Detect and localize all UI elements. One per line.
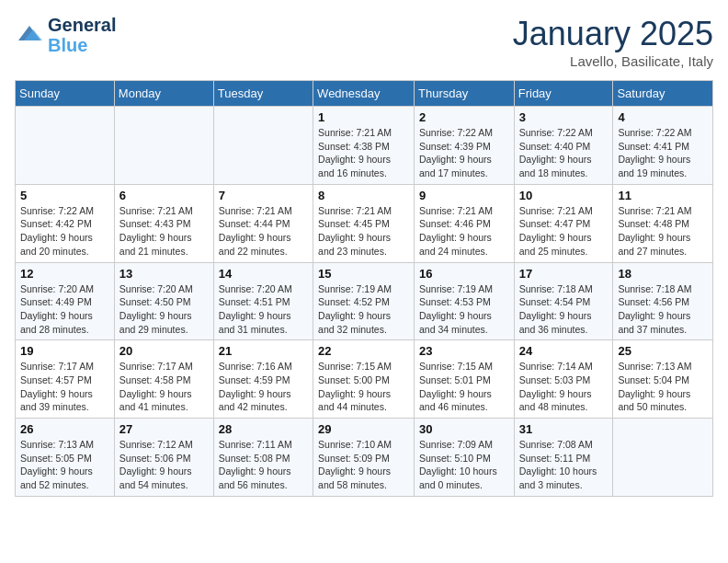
day-number: 17 — [519, 267, 609, 281]
day-number: 29 — [318, 422, 409, 436]
calendar-subtitle: Lavello, Basilicate, Italy — [513, 53, 713, 69]
day-info: Sunrise: 7:21 AM Sunset: 4:46 PM Dayligh… — [419, 204, 509, 259]
day-info: Sunrise: 7:20 AM Sunset: 4:51 PM Dayligh… — [219, 282, 308, 337]
day-info: Sunrise: 7:11 AM Sunset: 5:08 PM Dayligh… — [219, 438, 308, 492]
day-info: Sunrise: 7:09 AM Sunset: 5:10 PM Dayligh… — [419, 438, 509, 492]
day-number: 21 — [219, 344, 308, 358]
day-number: 18 — [618, 267, 708, 281]
calendar-cell: 4Sunrise: 7:22 AM Sunset: 4:41 PM Daylig… — [613, 107, 713, 185]
calendar-cell: 15Sunrise: 7:19 AM Sunset: 4:52 PM Dayli… — [313, 262, 415, 340]
day-number: 8 — [318, 189, 409, 202]
calendar-cell — [114, 107, 213, 185]
day-info: Sunrise: 7:18 AM Sunset: 4:54 PM Dayligh… — [519, 282, 609, 337]
calendar-cell: 6Sunrise: 7:21 AM Sunset: 4:43 PM Daylig… — [114, 184, 213, 262]
day-number: 27 — [119, 422, 209, 436]
day-number: 28 — [219, 422, 308, 436]
calendar-cell — [213, 107, 313, 185]
calendar-title: January 2025 — [513, 15, 713, 53]
day-number: 12 — [20, 267, 109, 281]
day-info: Sunrise: 7:21 AM Sunset: 4:43 PM Dayligh… — [119, 204, 209, 259]
weekday-header-saturday: Saturday — [613, 81, 713, 107]
weekday-header-sunday: Sunday — [16, 81, 115, 107]
calendar-cell: 13Sunrise: 7:20 AM Sunset: 4:50 PM Dayli… — [114, 262, 213, 340]
calendar-cell — [16, 107, 115, 185]
logo-icon — [15, 22, 44, 48]
day-info: Sunrise: 7:15 AM Sunset: 5:00 PM Dayligh… — [318, 360, 409, 414]
weekday-header-wednesday: Wednesday — [313, 81, 415, 107]
calendar-cell: 10Sunrise: 7:21 AM Sunset: 4:47 PM Dayli… — [514, 184, 613, 262]
day-number: 4 — [618, 110, 708, 124]
day-info: Sunrise: 7:13 AM Sunset: 5:04 PM Dayligh… — [618, 360, 708, 414]
calendar-cell: 26Sunrise: 7:13 AM Sunset: 5:05 PM Dayli… — [16, 419, 115, 497]
day-number: 9 — [419, 189, 509, 202]
weekday-header-row: SundayMondayTuesdayWednesdayThursdayFrid… — [16, 81, 713, 107]
day-info: Sunrise: 7:22 AM Sunset: 4:42 PM Dayligh… — [20, 204, 109, 259]
calendar-week-row: 19Sunrise: 7:17 AM Sunset: 4:57 PM Dayli… — [16, 340, 713, 419]
day-info: Sunrise: 7:16 AM Sunset: 4:59 PM Dayligh… — [219, 360, 308, 414]
calendar-cell: 25Sunrise: 7:13 AM Sunset: 5:04 PM Dayli… — [613, 340, 713, 419]
calendar-cell: 28Sunrise: 7:11 AM Sunset: 5:08 PM Dayli… — [213, 419, 313, 497]
calendar-cell: 27Sunrise: 7:12 AM Sunset: 5:06 PM Dayli… — [114, 419, 213, 497]
day-info: Sunrise: 7:08 AM Sunset: 5:11 PM Dayligh… — [519, 438, 609, 492]
calendar-cell: 31Sunrise: 7:08 AM Sunset: 5:11 PM Dayli… — [514, 419, 613, 497]
weekday-header-monday: Monday — [114, 81, 213, 107]
day-number: 3 — [519, 110, 609, 124]
day-number: 20 — [119, 344, 209, 358]
calendar-cell: 7Sunrise: 7:21 AM Sunset: 4:44 PM Daylig… — [213, 184, 313, 262]
day-number: 24 — [519, 344, 609, 358]
day-number: 19 — [20, 344, 109, 358]
calendar-cell: 18Sunrise: 7:18 AM Sunset: 4:56 PM Dayli… — [613, 262, 713, 340]
day-number: 5 — [20, 189, 109, 202]
day-info: Sunrise: 7:21 AM Sunset: 4:47 PM Dayligh… — [519, 204, 609, 259]
calendar-cell: 22Sunrise: 7:15 AM Sunset: 5:00 PM Dayli… — [313, 340, 415, 419]
day-info: Sunrise: 7:18 AM Sunset: 4:56 PM Dayligh… — [618, 282, 708, 337]
calendar-cell: 21Sunrise: 7:16 AM Sunset: 4:59 PM Dayli… — [213, 340, 313, 419]
weekday-header-thursday: Thursday — [415, 81, 515, 107]
day-info: Sunrise: 7:19 AM Sunset: 4:52 PM Dayligh… — [318, 282, 409, 337]
day-number: 11 — [618, 189, 708, 202]
calendar-table: SundayMondayTuesdayWednesdayThursdayFrid… — [15, 80, 713, 497]
day-number: 31 — [519, 422, 609, 436]
day-number: 23 — [419, 344, 509, 358]
logo-name-general: General — [48, 15, 116, 35]
day-info: Sunrise: 7:21 AM Sunset: 4:48 PM Dayligh… — [618, 204, 708, 259]
day-info: Sunrise: 7:20 AM Sunset: 4:49 PM Dayligh… — [20, 282, 109, 337]
calendar-cell: 8Sunrise: 7:21 AM Sunset: 4:45 PM Daylig… — [313, 184, 415, 262]
calendar-cell: 29Sunrise: 7:10 AM Sunset: 5:09 PM Dayli… — [313, 419, 415, 497]
day-number: 6 — [119, 189, 209, 202]
day-info: Sunrise: 7:10 AM Sunset: 5:09 PM Dayligh… — [318, 438, 409, 492]
header: General Blue January 2025 Lavello, Basil… — [15, 15, 713, 69]
calendar-week-row: 12Sunrise: 7:20 AM Sunset: 4:49 PM Dayli… — [16, 262, 713, 340]
title-area: January 2025 Lavello, Basilicate, Italy — [513, 15, 713, 69]
calendar-cell: 20Sunrise: 7:17 AM Sunset: 4:58 PM Dayli… — [114, 340, 213, 419]
calendar-cell: 3Sunrise: 7:22 AM Sunset: 4:40 PM Daylig… — [514, 107, 613, 185]
day-info: Sunrise: 7:17 AM Sunset: 4:57 PM Dayligh… — [20, 360, 109, 414]
day-info: Sunrise: 7:12 AM Sunset: 5:06 PM Dayligh… — [119, 438, 209, 492]
calendar-cell: 19Sunrise: 7:17 AM Sunset: 4:57 PM Dayli… — [16, 340, 115, 419]
calendar-cell: 2Sunrise: 7:22 AM Sunset: 4:39 PM Daylig… — [415, 107, 515, 185]
day-number: 2 — [419, 110, 509, 124]
calendar-week-row: 26Sunrise: 7:13 AM Sunset: 5:05 PM Dayli… — [16, 419, 713, 497]
calendar-cell: 11Sunrise: 7:21 AM Sunset: 4:48 PM Dayli… — [613, 184, 713, 262]
day-info: Sunrise: 7:21 AM Sunset: 4:45 PM Dayligh… — [318, 204, 409, 259]
day-info: Sunrise: 7:19 AM Sunset: 4:53 PM Dayligh… — [419, 282, 509, 337]
calendar-week-row: 5Sunrise: 7:22 AM Sunset: 4:42 PM Daylig… — [16, 184, 713, 262]
calendar-cell: 17Sunrise: 7:18 AM Sunset: 4:54 PM Dayli… — [514, 262, 613, 340]
day-number: 16 — [419, 267, 509, 281]
calendar-week-row: 1Sunrise: 7:21 AM Sunset: 4:38 PM Daylig… — [16, 107, 713, 185]
day-info: Sunrise: 7:22 AM Sunset: 4:39 PM Dayligh… — [419, 126, 509, 180]
calendar-cell: 1Sunrise: 7:21 AM Sunset: 4:38 PM Daylig… — [313, 107, 415, 185]
day-info: Sunrise: 7:15 AM Sunset: 5:01 PM Dayligh… — [419, 360, 509, 414]
day-number: 7 — [219, 189, 308, 202]
calendar-cell: 23Sunrise: 7:15 AM Sunset: 5:01 PM Dayli… — [415, 340, 515, 419]
day-number: 25 — [618, 344, 708, 358]
day-number: 26 — [20, 422, 109, 436]
day-number: 10 — [519, 189, 609, 202]
calendar-cell: 5Sunrise: 7:22 AM Sunset: 4:42 PM Daylig… — [16, 184, 115, 262]
weekday-header-tuesday: Tuesday — [213, 81, 313, 107]
day-number: 22 — [318, 344, 409, 358]
calendar-cell: 9Sunrise: 7:21 AM Sunset: 4:46 PM Daylig… — [415, 184, 515, 262]
day-number: 30 — [419, 422, 509, 436]
calendar-cell: 14Sunrise: 7:20 AM Sunset: 4:51 PM Dayli… — [213, 262, 313, 340]
day-number: 15 — [318, 267, 409, 281]
